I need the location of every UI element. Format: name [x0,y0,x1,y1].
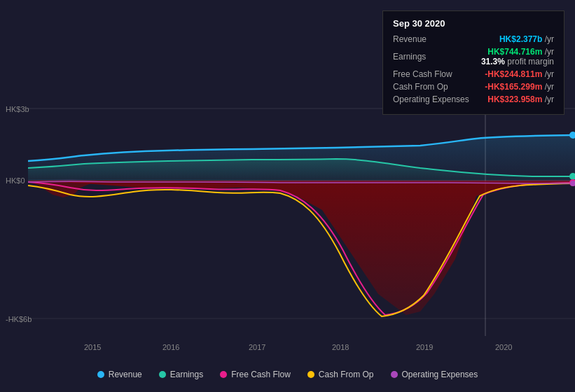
tooltip-cfo-value: -HK$165.299m /yr [485,82,554,92]
legend-fcf-label: Free Cash Flow [231,370,291,379]
tooltip-revenue-label: Revenue [393,34,427,44]
tooltip-profit-margin: 31.3% [481,57,505,66]
legend-fcf[interactable]: Free Cash Flow [220,370,291,379]
tooltip-date: Sep 30 2020 [393,18,554,29]
x-label-2018: 2018 [332,343,349,351]
tooltip-revenue-row: Revenue HK$2.377b /yr [393,34,554,44]
y-label-0: HK$0 [6,176,25,185]
legend-opex-dot [391,371,398,378]
tooltip-cfo-row: Cash From Op -HK$165.299m /yr [393,82,554,92]
tooltip-earnings-value: HK$744.716m /yr [487,47,554,57]
legend-earnings-dot [159,371,166,378]
legend: Revenue Earnings Free Cash Flow Cash Fro… [0,370,575,379]
x-label-2017: 2017 [249,343,265,351]
legend-cfo[interactable]: Cash From Op [307,370,374,379]
x-label-2015: 2015 [84,343,101,351]
y-label-neg6b: -HK$6b [6,315,32,323]
legend-earnings[interactable]: Earnings [159,370,203,379]
legend-revenue-dot [97,371,104,378]
legend-revenue[interactable]: Revenue [97,370,142,379]
tooltip-fcf-label: Free Cash Flow [393,69,452,79]
legend-revenue-label: Revenue [109,370,142,379]
tooltip-opex-value: HK$323.958m /yr [487,94,554,104]
tooltip-fcf-row: Free Cash Flow -HK$244.811m /yr [393,69,554,79]
legend-cfo-dot [307,371,314,378]
tooltip-fcf-value: -HK$244.811m /yr [485,69,554,79]
x-label-2016: 2016 [162,343,179,351]
tooltip-earnings-row: Earnings HK$744.716m /yr 31.3% profit ma… [393,47,554,66]
x-label-2019: 2019 [416,343,433,351]
tooltip-cfo-label: Cash From Op [393,82,448,92]
tooltip-earnings-label: Earnings [393,52,426,62]
legend-opex-label: Operating Expenses [402,370,478,379]
legend-earnings-label: Earnings [170,370,203,379]
tooltip-revenue-value: HK$2.377b /yr [499,34,554,44]
tooltip-opex-row: Operating Expenses HK$323.958m /yr [393,94,554,104]
legend-cfo-label: Cash From Op [319,370,374,379]
tooltip-opex-label: Operating Expenses [393,94,469,104]
tooltip: Sep 30 2020 Revenue HK$2.377b /yr Earnin… [382,10,564,115]
x-label-2020: 2020 [495,343,512,351]
chart-container: HK$3b HK$0 -HK$6b 2015 2016 2017 2018 20… [0,0,575,392]
y-label-3b: HK$3b [6,105,29,113]
legend-opex[interactable]: Operating Expenses [391,370,478,379]
legend-fcf-dot [220,371,227,378]
